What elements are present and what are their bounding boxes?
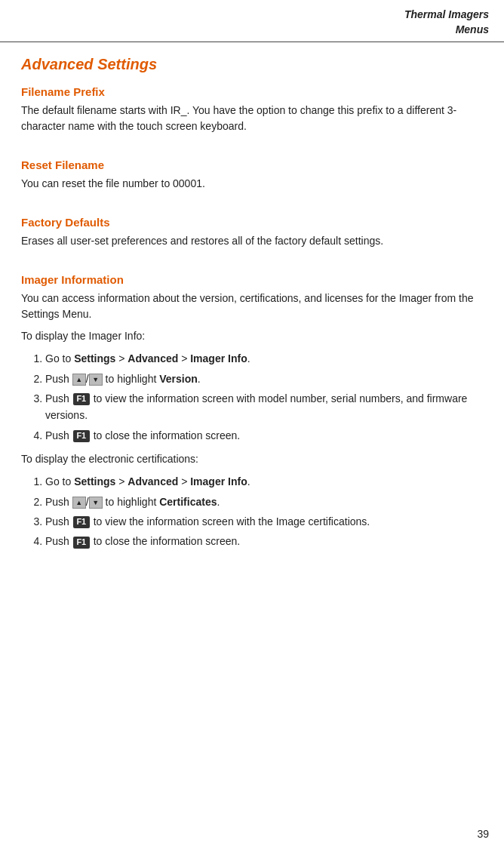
- step-1-3: Push F1 to view the information screen w…: [45, 390, 483, 424]
- section-body-filename-prefix: The default filename starts with IR_. Yo…: [21, 103, 483, 134]
- step-1-4: Push F1 to close the information screen.: [45, 427, 483, 444]
- header-title-line2: Menus: [15, 23, 489, 38]
- step-1-1: Go to Settings > Advanced > Imager Info.: [45, 350, 483, 367]
- imager-info-intro1: To display the Imager Info:: [21, 328, 483, 344]
- page-header: Thermal Imagers Menus: [0, 0, 504, 42]
- imager-info-steps-1: Go to Settings > Advanced > Imager Info.…: [45, 350, 483, 444]
- page-number: 39: [477, 828, 489, 840]
- section-body-factory-defaults: Erases all user-set preferences and rest…: [21, 233, 483, 249]
- section-body-reset-filename: You can reset the file number to 00001.: [21, 176, 483, 192]
- up-arrow-icon-2: ▲: [72, 497, 86, 509]
- step-1-2: Push ▲/▼ to highlight Version.: [45, 371, 483, 387]
- f1-key-badge-2: F1: [73, 430, 90, 442]
- imager-info-steps-2: Go to Settings > Advanced > Imager Info.…: [45, 473, 483, 550]
- step-2-4: Push F1 to close the information screen.: [45, 533, 483, 549]
- f1-key-badge-4: F1: [73, 537, 90, 549]
- main-content: Advanced Settings Filename Prefix The de…: [0, 42, 504, 588]
- header-title-line1: Thermal Imagers: [15, 8, 489, 23]
- down-arrow-icon: ▼: [89, 374, 103, 386]
- section-heading-factory-defaults: Factory Defaults: [21, 216, 483, 229]
- f1-key-badge: F1: [73, 393, 90, 405]
- up-arrow-icon: ▲: [72, 374, 86, 386]
- section-heading-reset-filename: Reset Filename: [21, 158, 483, 171]
- section-heading-filename-prefix: Filename Prefix: [21, 85, 483, 98]
- section-body-imager-info-1: You can access information about the ver…: [21, 291, 483, 322]
- section-heading-imager-information: Imager Information: [21, 273, 483, 286]
- down-arrow-icon-2: ▼: [89, 497, 103, 509]
- page-title: Advanced Settings: [21, 56, 483, 73]
- step-2-2: Push ▲/▼ to highlight Certificates.: [45, 494, 483, 510]
- step-2-3: Push F1 to view the information screen w…: [45, 513, 483, 530]
- step-2-1: Go to Settings > Advanced > Imager Info.: [45, 473, 483, 490]
- imager-info-intro2: To display the electronic certifications…: [21, 451, 483, 467]
- f1-key-badge-3: F1: [73, 516, 90, 528]
